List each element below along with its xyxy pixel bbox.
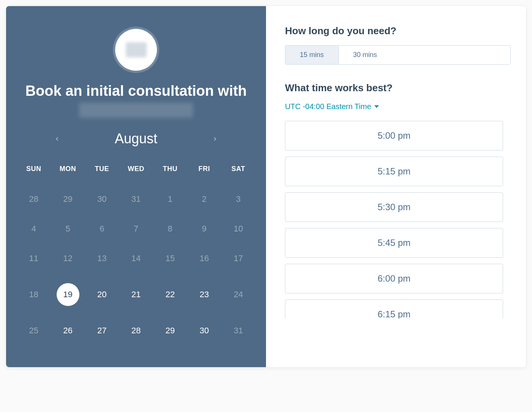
time-title: What time works best? (285, 82, 511, 94)
calendar-day[interactable]: 21 (119, 273, 153, 316)
calendar-day: 25 (17, 316, 51, 345)
calendar-day: 5 (51, 214, 85, 244)
duration-option[interactable]: 30 mins (338, 46, 391, 64)
calendar-day: 1 (153, 184, 187, 214)
page-title: Book an initial consultation with (14, 82, 258, 100)
calendar-dow: FRI (187, 158, 222, 184)
calendar-day: 17 (221, 244, 255, 273)
calendar-day[interactable]: 23 (187, 273, 222, 316)
timezone-select[interactable]: UTC -04:00 Eastern Time (285, 102, 511, 111)
calendar-day: 6 (85, 214, 119, 244)
time-slot-scroll[interactable]: 5:00 pm5:15 pm5:30 pm5:45 pm6:00 pm6:15 … (285, 121, 511, 319)
calendar-dow: MON (51, 158, 85, 184)
calendar-day: 2 (187, 184, 222, 214)
month-navigation: ‹ August › (14, 131, 258, 147)
booking-widget: Book an initial consultation with ‹ Augu… (6, 6, 526, 367)
calendar-day: 9 (187, 214, 222, 244)
time-slot[interactable]: 5:30 pm (285, 192, 503, 222)
calendar-day[interactable]: 29 (153, 316, 187, 345)
calendar-day: 13 (85, 244, 119, 273)
avatar (115, 29, 157, 71)
time-slot[interactable]: 6:15 pm (285, 299, 503, 319)
calendar-dow: WED (119, 158, 153, 184)
time-slot[interactable]: 5:45 pm (285, 228, 503, 258)
calendar-grid: SUNMONTUEWEDTHUFRISAT2829303112345678910… (14, 158, 258, 345)
calendar-day: 24 (221, 273, 255, 316)
provider-name-blur (79, 103, 193, 118)
calendar-day[interactable]: 26 (51, 316, 85, 345)
prev-month-button[interactable]: ‹ (53, 131, 62, 147)
calendar-day: 12 (51, 244, 85, 273)
calendar-day: 18 (17, 273, 51, 316)
chevron-right-icon: › (214, 134, 216, 143)
calendar-day: 7 (119, 214, 153, 244)
calendar-day: 3 (221, 184, 255, 214)
timezone-label: UTC -04:00 Eastern Time (285, 102, 371, 111)
calendar-day: 29 (51, 184, 85, 214)
next-month-button[interactable]: › (211, 131, 219, 147)
time-slot-container: 5:00 pm5:15 pm5:30 pm5:45 pm6:00 pm6:15 … (285, 121, 511, 356)
time-slot[interactable]: 5:00 pm (285, 121, 503, 151)
calendar-day: 30 (85, 184, 119, 214)
calendar-day[interactable]: 20 (85, 273, 119, 316)
calendar-day: 14 (119, 244, 153, 273)
calendar-dow: TUE (85, 158, 119, 184)
calendar-panel: Book an initial consultation with ‹ Augu… (6, 6, 266, 367)
calendar-day[interactable]: 28 (119, 316, 153, 345)
calendar-day[interactable]: 22 (153, 273, 187, 316)
calendar-day[interactable]: 30 (187, 316, 222, 345)
calendar-day: 10 (221, 214, 255, 244)
time-slot[interactable]: 5:15 pm (285, 157, 503, 186)
duration-toggle: 15 mins30 mins (285, 45, 511, 65)
chevron-down-icon (374, 105, 379, 108)
chevron-left-icon: ‹ (56, 134, 59, 143)
calendar-day: 31 (119, 184, 153, 214)
time-slot[interactable]: 6:00 pm (285, 264, 503, 293)
calendar-day: 11 (17, 244, 51, 273)
calendar-day-selected[interactable]: 19 (51, 273, 85, 316)
calendar-day: 16 (187, 244, 222, 273)
calendar-dow: THU (153, 158, 187, 184)
duration-title: How long do you need? (285, 25, 511, 37)
time-panel: How long do you need? 15 mins30 mins Wha… (266, 6, 526, 367)
calendar-day: 8 (153, 214, 187, 244)
calendar-dow: SAT (221, 158, 255, 184)
calendar-day: 28 (17, 184, 51, 214)
month-label: August (115, 131, 157, 147)
calendar-day: 31 (221, 316, 255, 345)
avatar-image-blur (126, 42, 147, 57)
calendar-day[interactable]: 27 (85, 316, 119, 345)
calendar-day: 15 (153, 244, 187, 273)
duration-option[interactable]: 15 mins (285, 46, 338, 64)
calendar-day: 4 (17, 214, 51, 244)
calendar-dow: SUN (17, 158, 51, 184)
